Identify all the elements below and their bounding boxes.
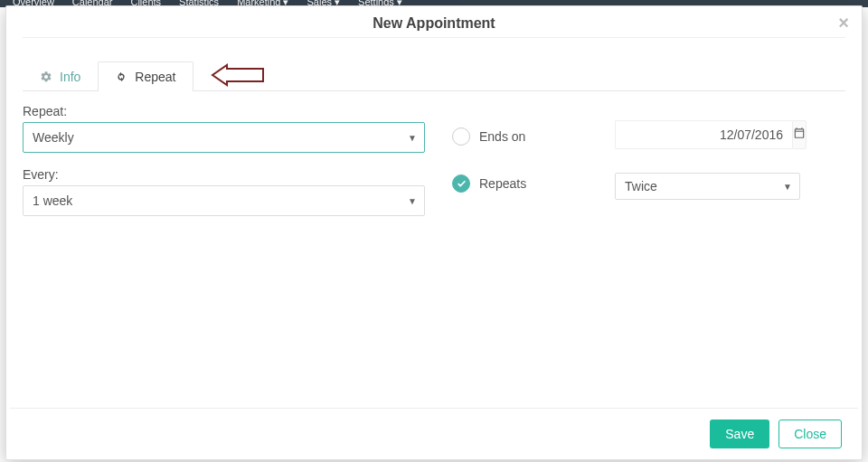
modal-body: Info Repeat Repeat: Weekly ▼	[6, 45, 862, 408]
repeat-select-value: Weekly	[33, 130, 74, 145]
tabs: Info Repeat	[23, 61, 845, 91]
tab-info[interactable]: Info	[23, 61, 98, 91]
modal-backdrop: New Appointment × Info	[0, 0, 868, 462]
tab-info-label: Info	[60, 70, 80, 84]
form-col-right: Twice ▼	[615, 104, 845, 200]
chevron-down-icon: ▼	[408, 196, 417, 206]
radio-checked-icon	[452, 174, 470, 193]
repeat-select[interactable]: Weekly ▼	[23, 122, 425, 153]
ends-on-date-group	[615, 120, 800, 149]
every-field: Every: 1 week ▼	[23, 167, 425, 216]
chevron-down-icon: ▼	[408, 133, 417, 143]
repeats-label: Repeats	[479, 176, 526, 191]
form-col-mid: Ends on Repeats	[452, 104, 588, 193]
every-select-value: 1 week	[33, 193, 72, 208]
ends-on-date-input[interactable]	[615, 120, 792, 149]
repeats-count-select[interactable]: Twice ▼	[615, 173, 800, 200]
repeat-field: Repeat: Weekly ▼	[23, 104, 425, 153]
modal-title: New Appointment	[6, 15, 862, 32]
new-appointment-modal: New Appointment × Info	[5, 5, 863, 460]
repeats-option[interactable]: Repeats	[452, 174, 588, 193]
modal-header: New Appointment ×	[6, 6, 862, 45]
calendar-button[interactable]	[792, 120, 807, 149]
refresh-icon	[115, 71, 127, 83]
form-row: Repeat: Weekly ▼ Every: 1 week ▼	[23, 104, 845, 231]
repeat-label: Repeat:	[23, 104, 425, 118]
every-select[interactable]: 1 week ▼	[23, 185, 425, 216]
save-button[interactable]: Save	[710, 420, 769, 448]
modal-footer: Save Close	[10, 408, 858, 459]
ends-on-option[interactable]: Ends on	[452, 127, 588, 146]
ends-on-label: Ends on	[479, 129, 525, 144]
radio-unchecked-icon	[452, 127, 470, 146]
every-label: Every:	[23, 167, 425, 182]
repeats-count-value: Twice	[625, 179, 657, 193]
calendar-icon	[793, 127, 806, 143]
tab-repeat-label: Repeat	[135, 70, 175, 84]
chevron-down-icon: ▼	[783, 182, 792, 192]
header-divider	[23, 37, 845, 38]
close-icon[interactable]: ×	[838, 14, 849, 32]
gear-icon	[40, 71, 52, 83]
form-col-left: Repeat: Weekly ▼ Every: 1 week ▼	[23, 104, 425, 231]
close-button[interactable]: Close	[778, 420, 842, 448]
tab-repeat[interactable]: Repeat	[98, 61, 193, 91]
